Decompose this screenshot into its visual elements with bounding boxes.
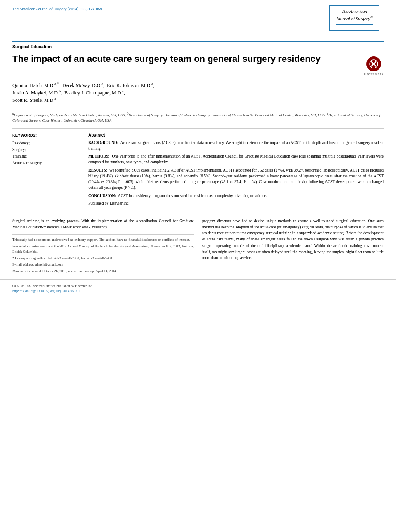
body-left-text: Surgical training is an evolving process… (12, 218, 194, 230)
author-5: Bradley J. Champagne, M.D.c (64, 90, 124, 96)
author-3: Eric K. Johnson, M.D.a (107, 82, 153, 88)
author-6: Scott R. Steele, M.D.a (12, 97, 56, 103)
abstract-results: RESULTS: We identified 6,009 cases, incl… (88, 167, 384, 191)
main-content: Surgical Education The impact of an acut… (0, 31, 396, 275)
page: The American Journal of Surgery (2014) 2… (0, 0, 396, 532)
logo-lines (336, 24, 373, 26)
affiliations: aDepartment of Surgery, Madigan Army Med… (12, 108, 384, 123)
methods-title: METHODS: (88, 154, 110, 158)
footnote-email: E-mail address: qhatch@gmail.com (12, 262, 194, 267)
body-right-col: program directors have had to devise uni… (202, 218, 384, 275)
crossmark-icon (369, 59, 379, 69)
author-1: Quinton Hatch, M.D.a,* (12, 82, 59, 88)
journal-logo: The American Journal of Surgery® (329, 5, 380, 31)
bottom-bar: 0002-9610/$ - see front matter Published… (0, 279, 396, 297)
keyword-3: Training; (12, 153, 76, 160)
crossmark-label: CrossMark (364, 72, 384, 76)
author-4: Justin A. Maykel, M.D.b (12, 90, 61, 96)
authors: Quinton Hatch, M.D.a,*, Derek McVay, D.O… (12, 82, 384, 104)
keyword-1: Residency; (12, 140, 76, 146)
keywords-list: Residency; Surgery; Training; Acute care… (12, 140, 76, 167)
published-by: Published by Elsevier Inc. (88, 201, 384, 205)
background-title: BACKGROUND: (88, 141, 118, 145)
top-bar: The American Journal of Surgery (2014) 2… (0, 0, 396, 31)
journal-citation: The American Journal of Surgery (2014) 2… (12, 5, 102, 11)
footnote-1: This study had no sponsors and received … (12, 237, 194, 242)
abstract-background: BACKGROUND: Acute care surgical teams (A… (88, 140, 384, 152)
keywords-title: KEYWORDS: (12, 133, 76, 137)
crossmark: CrossMark (364, 56, 384, 76)
methods-text: One year prior to and after implementati… (88, 154, 384, 164)
journal-logo-text: The American Journal of Surgery® (336, 8, 373, 22)
body-section: Surgical training is an evolving process… (12, 212, 384, 275)
bottom-issn: 0002-9610/$ - see front matter Published… (12, 284, 384, 288)
results-title: RESULTS: (88, 168, 107, 172)
article-title-area: The impact of an acute care surgery team… (12, 53, 384, 76)
body-left-col: Surgical training is an evolving process… (12, 218, 194, 275)
body-right-text: program directors have had to devise uni… (202, 218, 384, 261)
results-text: We identified 6,009 cases, including 2,7… (88, 168, 384, 190)
bottom-doi[interactable]: http://dx.doi.org/10.1016/j.amjsurg.2014… (12, 289, 384, 293)
footnote-3: * Corresponding author. Tel.: +1-253-968… (12, 256, 194, 261)
author-2: Derek McVay, D.O.a (62, 82, 103, 88)
abstract-column: Abstract BACKGROUND: Acute care surgical… (88, 133, 384, 205)
abstract-heading: Abstract (88, 133, 384, 137)
footnote-4: Manuscript received October 26, 2013; re… (12, 268, 194, 274)
keyword-2: Surgery; (12, 146, 76, 153)
section-label: Surgical Education (12, 41, 384, 49)
journal-logo-area: The American Journal of Surgery® (329, 5, 384, 31)
conclusion-text: ACST in a residency program does not sac… (118, 194, 267, 198)
keywords-column: KEYWORDS: Residency; Surgery; Training; … (12, 133, 82, 205)
crossmark-circle (366, 56, 381, 71)
background-text: Acute care surgical teams (ACSTs) have l… (88, 141, 384, 151)
conclusion-title: CONCLUSION: (88, 194, 116, 198)
abstract-conclusion: CONCLUSION: ACST in a residency program … (88, 193, 384, 199)
abstract-methods: METHODS: One year prior to and after imp… (88, 153, 384, 165)
footnotes: This study had no sponsors and received … (12, 234, 194, 274)
article-title: The impact of an acute care surgery team… (12, 53, 356, 65)
keyword-4: Acute care surgery (12, 160, 76, 166)
keywords-abstract-section: KEYWORDS: Residency; Surgery; Training; … (12, 128, 384, 205)
footnote-2: Presented in poster session at the 2013 … (12, 244, 194, 254)
